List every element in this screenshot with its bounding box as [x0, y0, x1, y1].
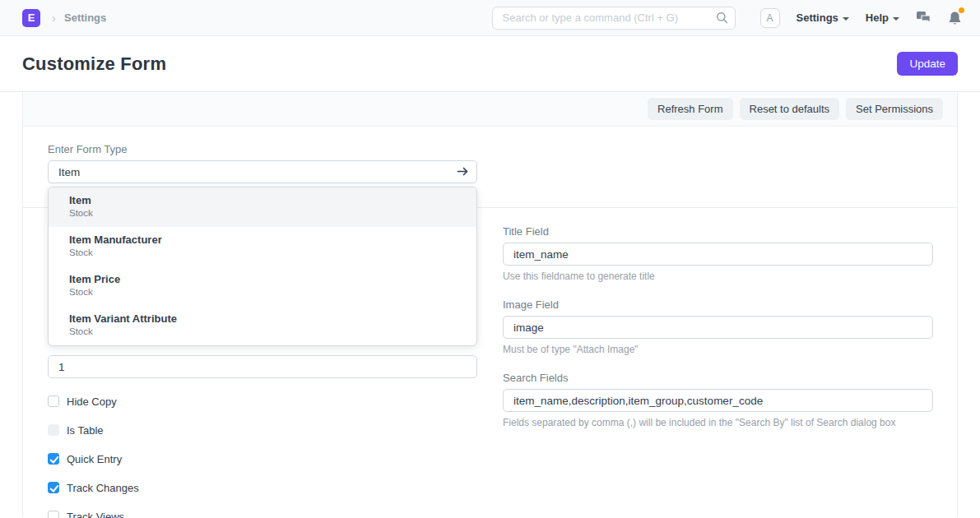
breadcrumb[interactable]: Settings: [64, 12, 106, 24]
app-logo[interactable]: E: [22, 9, 40, 27]
form-type-label: Enter Form Type: [48, 143, 477, 156]
search-fields-help: Fields separated by comma (,) will be in…: [503, 417, 933, 429]
help-menu[interactable]: Help: [866, 12, 899, 24]
set-permissions-button[interactable]: Set Permissions: [846, 98, 943, 120]
title-field-group: Title Field Use this fieldname to genera…: [503, 225, 933, 283]
settings-menu[interactable]: Settings: [797, 12, 849, 24]
checkbox-label: Is Table: [67, 424, 104, 437]
is-table-checkbox: Is Table: [48, 424, 477, 436]
help-menu-label: Help: [866, 12, 889, 24]
track-changes-checkbox[interactable]: Track Changes: [48, 482, 477, 493]
image-field-label: Image Field: [503, 298, 933, 312]
form-type-dropdown: Item Stock Item Manufacturer Stock Item …: [48, 187, 477, 346]
search-fields-group: Search Fields Fields separated by comma …: [503, 372, 933, 429]
checkbox-list: Hide Copy Is Table Quick Entry Track Cha…: [48, 395, 477, 518]
hide-copy-checkbox[interactable]: Hide Copy: [48, 395, 477, 407]
checkbox-label: Track Views: [67, 511, 124, 518]
page-title: Customize Form: [22, 53, 166, 75]
chevron-down-icon: [893, 17, 899, 21]
title-field-label: Title Field: [503, 225, 933, 238]
search-icon: [716, 12, 728, 24]
dropdown-option-item-variant-attribute[interactable]: Item Variant Attribute Stock: [49, 306, 476, 345]
page-head: Customize Form Update: [0, 36, 980, 92]
navbar-right: A Settings Help: [760, 8, 962, 28]
checkbox-icon: [48, 395, 59, 407]
option-subtitle: Stock: [69, 247, 456, 259]
breadcrumb-chevron-icon: ›: [52, 11, 56, 25]
form-type-field: [48, 160, 477, 183]
settings-menu-label: Settings: [797, 12, 838, 24]
navbar: E › Settings A Settings Help: [0, 0, 980, 36]
quick-entry-checkbox[interactable]: Quick Entry: [48, 453, 477, 465]
track-views-checkbox[interactable]: Track Views: [48, 511, 477, 518]
update-button[interactable]: Update: [897, 52, 958, 76]
search-fields-input[interactable]: [503, 389, 933, 412]
title-field-help: Use this fieldname to generate title: [503, 271, 933, 283]
dropdown-option-item-manufacturer[interactable]: Item Manufacturer Stock: [49, 227, 476, 266]
form-container: Refresh Form Reset to defaults Set Permi…: [22, 92, 958, 517]
checkbox-icon: [48, 424, 59, 436]
checkbox-icon: [48, 511, 59, 518]
search-input[interactable]: [492, 7, 736, 30]
checkbox-icon: [48, 482, 59, 493]
option-title: Item Price: [69, 273, 456, 286]
option-title: Item Manufacturer: [69, 234, 456, 247]
chevron-down-icon: [843, 17, 849, 21]
left-column: Enter Form Type Item Stock Item Manufact…: [48, 127, 477, 518]
open-link-arrow-icon[interactable]: [457, 165, 469, 178]
image-field-group: Image Field Must be of type "Attach Imag…: [503, 298, 933, 356]
notification-dot: [959, 7, 964, 13]
refresh-form-button[interactable]: Refresh Form: [648, 98, 732, 120]
form-type-input[interactable]: [48, 160, 477, 183]
checkbox-label: Hide Copy: [67, 395, 117, 408]
option-title: Item: [69, 194, 456, 207]
form-toolbar: Refresh Form Reset to defaults Set Permi…: [23, 92, 957, 127]
global-search: [492, 7, 736, 30]
avatar[interactable]: A: [760, 8, 780, 28]
option-title: Item Variant Attribute: [69, 312, 456, 326]
option-subtitle: Stock: [69, 286, 456, 298]
notifications-button[interactable]: [948, 11, 962, 25]
chat-icon: [916, 11, 931, 25]
image-field-input[interactable]: [503, 316, 933, 339]
number-input[interactable]: [48, 355, 477, 378]
search-fields-label: Search Fields: [503, 372, 933, 385]
dropdown-option-item[interactable]: Item Stock: [49, 187, 476, 227]
dropdown-option-item-price[interactable]: Item Price Stock: [49, 266, 476, 306]
checkbox-icon: [48, 453, 59, 465]
option-subtitle: Stock: [69, 207, 456, 220]
chat-button[interactable]: [916, 11, 931, 25]
option-subtitle: Stock: [69, 326, 456, 338]
image-field-help: Must be of type "Attach Image": [503, 344, 933, 356]
reset-to-defaults-button[interactable]: Reset to defaults: [740, 98, 840, 120]
right-column: Title Field Use this fieldname to genera…: [503, 127, 933, 429]
checkbox-label: Track Changes: [67, 482, 139, 494]
checkbox-label: Quick Entry: [67, 453, 122, 465]
title-field-input[interactable]: [503, 243, 933, 266]
form-body: Enter Form Type Item Stock Item Manufact…: [23, 127, 957, 517]
